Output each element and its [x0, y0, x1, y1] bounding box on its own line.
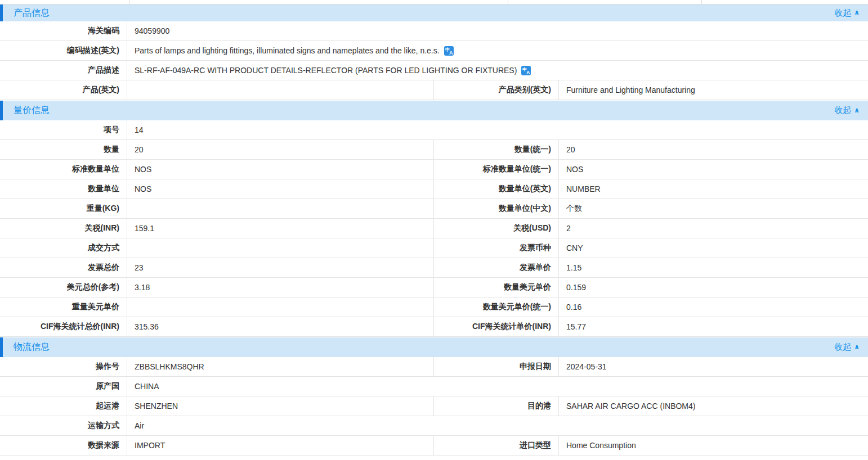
field-value-text: 315.36 — [135, 322, 159, 331]
collapse-label: 收起 — [834, 105, 851, 116]
field-value: Air — [127, 416, 868, 435]
field-value-text: Parts of lamps and lighting fittings, il… — [135, 46, 440, 55]
field-value — [127, 297, 434, 317]
field-label: 项号 — [0, 120, 127, 139]
section-header-quantity-price: 量价信息收起∧ — [0, 101, 868, 120]
field-value — [127, 238, 434, 258]
table-row: 数量单位NOS数量单位(英文)NUMBER — [0, 179, 868, 199]
field-value: 1.15 — [559, 258, 868, 277]
field-label: 重量(KG) — [0, 199, 127, 218]
section-product: 产品信息收起∧海关编码94059900编码描述(英文)Parts of lamp… — [0, 4, 868, 100]
table-row: 海关编码94059900 — [0, 21, 868, 41]
field-label: 产品(英文) — [0, 80, 127, 100]
section-title: 产品信息 — [14, 7, 50, 19]
table-row: 编码描述(英文)Parts of lamps and lighting fitt… — [0, 41, 868, 61]
field-value-text: SL-RF-AF-049A-RC WITH PRODUCT DETAILS-RE… — [135, 66, 517, 75]
field-value-text: 159.1 — [135, 224, 154, 233]
table-divider — [129, 0, 130, 4]
field-label: 重量美元单价 — [0, 297, 127, 317]
translate-icon[interactable]: 中A — [521, 66, 531, 75]
table-row: 原产国CHINA — [0, 377, 868, 396]
table-row: 产品(英文)产品类别(英文)Furniture and Lighting Man… — [0, 80, 868, 100]
field-value: 159.1 — [127, 219, 434, 238]
field-value-text: Air — [135, 421, 144, 430]
field-value: 2024-05-31 — [559, 357, 868, 376]
table-row: 操作号ZBBSLHKMS8QHR申报日期2024-05-31 — [0, 357, 868, 377]
table-row: 数据来源IMPORT进口类型Home Consumption — [0, 436, 868, 456]
chevron-up-icon: ∧ — [854, 343, 860, 351]
field-value: SHENZHEN — [127, 396, 434, 416]
table-row: 成交方式发票币种CNY — [0, 238, 868, 258]
section-title: 物流信息 — [14, 341, 50, 353]
field-label: 海关编码 — [0, 21, 127, 40]
field-value-text: 20 — [135, 145, 144, 154]
field-label: 产品类别(英文) — [434, 80, 559, 100]
field-value: CNY — [559, 238, 868, 258]
field-label: 数量 — [0, 140, 127, 159]
field-value: NOS — [559, 160, 868, 179]
table-row: 发票总价23发票单价1.15 — [0, 258, 868, 278]
translate-icon[interactable]: 中A — [444, 46, 454, 56]
table-divider — [508, 0, 508, 4]
field-label: 发票单价 — [434, 258, 559, 277]
field-value: NOS — [127, 179, 434, 199]
chevron-up-icon: ∧ — [854, 8, 860, 16]
field-value: ZBBSLHKMS8QHR — [127, 357, 434, 376]
field-value-text: IMPORT — [135, 441, 165, 450]
collapse-link[interactable]: 收起∧ — [834, 342, 860, 353]
field-value: 0.159 — [559, 278, 868, 297]
table-row: 数量20数量(统一)20 — [0, 140, 868, 160]
section-accent-bar — [0, 101, 3, 120]
section-title: 量价信息 — [14, 105, 50, 116]
collapse-link[interactable]: 收起∧ — [834, 105, 860, 116]
field-label: 数量单位(中文) — [434, 199, 559, 218]
field-value: 20 — [127, 140, 434, 159]
field-label: 标准数量单位 — [0, 160, 127, 179]
field-label: CIF海关统计总价(INR) — [0, 317, 127, 336]
field-label: 数量单位 — [0, 179, 127, 199]
field-label: 产品描述 — [0, 61, 127, 80]
field-value: Home Consumption — [559, 436, 868, 455]
field-label: 操作号 — [0, 357, 127, 376]
field-label: 数量单位(英文) — [434, 179, 559, 199]
field-value-text: 14 — [135, 125, 144, 134]
collapse-label: 收起 — [834, 8, 851, 19]
field-value: SL-RF-AF-049A-RC WITH PRODUCT DETAILS-RE… — [127, 61, 868, 80]
table-row: 项号14 — [0, 120, 868, 140]
field-value-text: SHENZHEN — [135, 402, 178, 411]
field-value-text: 3.18 — [135, 283, 150, 292]
collapse-link[interactable]: 收起∧ — [834, 8, 860, 19]
table-row: 重量美元单价数量美元单价(统一)0.16 — [0, 297, 868, 317]
field-label: 成交方式 — [0, 238, 127, 258]
field-label: 原产国 — [0, 377, 127, 396]
previous-row-fragment — [0, 0, 868, 4]
svg-text:A: A — [526, 69, 530, 75]
field-label: 数量(统一) — [434, 140, 559, 159]
field-label: 进口类型 — [434, 436, 559, 455]
field-label: 目的港 — [434, 396, 559, 416]
table-row: 产品描述SL-RF-AF-049A-RC WITH PRODUCT DETAIL… — [0, 61, 868, 80]
table-row: 起运港SHENZHEN目的港SAHAR AIR CARGO ACC (INBOM… — [0, 396, 868, 416]
chevron-up-icon: ∧ — [854, 106, 860, 114]
field-value-text: 23 — [135, 263, 144, 272]
collapse-label: 收起 — [834, 342, 851, 353]
field-value: 315.36 — [127, 317, 434, 336]
field-value: 20 — [559, 140, 868, 159]
field-value — [127, 80, 434, 100]
field-value-text: ZBBSLHKMS8QHR — [135, 362, 204, 371]
svg-text:A: A — [449, 49, 453, 55]
field-value-text: NOS — [135, 165, 151, 174]
field-label: 关税(INR) — [0, 219, 127, 238]
field-label: 发票币种 — [434, 238, 559, 258]
sections-container: 产品信息收起∧海关编码94059900编码描述(英文)Parts of lamp… — [0, 4, 868, 456]
field-value-text: CHINA — [135, 382, 159, 391]
field-value: 2 — [559, 219, 868, 238]
field-value: NUMBER — [559, 179, 868, 199]
field-value: IMPORT — [127, 436, 434, 455]
field-label: 运输方式 — [0, 416, 127, 435]
section-header-product: 产品信息收起∧ — [0, 4, 868, 21]
field-label: 起运港 — [0, 396, 127, 416]
field-value-text: 94059900 — [135, 26, 169, 35]
table-row: CIF海关统计总价(INR)315.36CIF海关统计单价(INR)15.77 — [0, 317, 868, 337]
customs-item-detail-page: 产品信息收起∧海关编码94059900编码描述(英文)Parts of lamp… — [0, 0, 868, 460]
